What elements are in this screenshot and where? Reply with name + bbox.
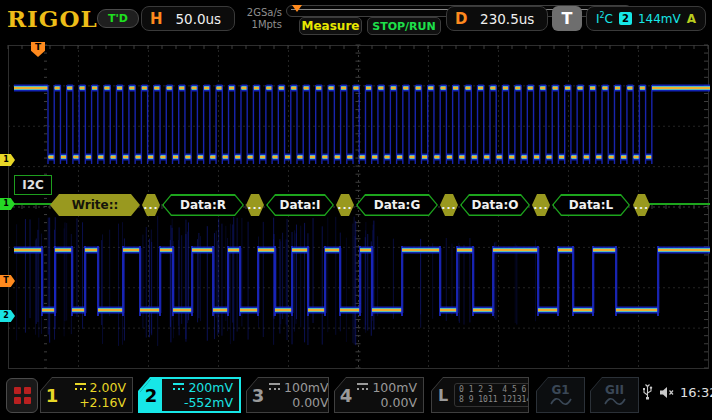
decode-bubble: Data:O xyxy=(460,194,530,216)
decode-bubble: Data:R xyxy=(162,194,244,216)
bottom-bar: 1 2.00V +2.16V 2 200mV -552mV 3 xyxy=(0,372,712,420)
channel-2-number: 2 xyxy=(140,379,162,411)
top-bar: RIGOL T'D H 50.0us 2GSa/s 1Mpts Measure … xyxy=(0,0,712,40)
channel-4-offset: 0.00V xyxy=(381,395,417,410)
channel-3-scale: 100mV xyxy=(284,380,329,395)
dc-coupling-icon xyxy=(357,383,368,392)
measure-button[interactable]: Measure xyxy=(299,17,362,35)
decode-bubbles-row: Write::...Data:R...Data:I...Data:G...Dat… xyxy=(0,194,712,216)
trigger-slope: A xyxy=(687,12,696,26)
channel-4-box[interactable]: 4 100mV 0.00V xyxy=(334,377,424,413)
oscilloscope-screen: I2C Write::...Data:R...Data:I...Data:G..… xyxy=(0,0,712,420)
menu-grid-icon xyxy=(14,387,31,404)
sample-rate: 2GSa/s xyxy=(236,7,282,19)
decode-bubble: Data:G xyxy=(356,194,438,216)
generator-1-label: G1 xyxy=(551,384,569,396)
sound-muted-icon xyxy=(659,386,674,399)
logic-channels: 0 1 2 3 4 5 6 78 9 1011 12131415 xyxy=(454,383,546,407)
decode-ellipsis-bubble: ... xyxy=(633,194,650,216)
generator-2-label: GII xyxy=(605,384,624,396)
decode-ellipsis-bubble: ... xyxy=(440,194,458,216)
trigger-status-badge: T'D xyxy=(97,9,139,28)
timebase-value: 50.0us xyxy=(163,11,234,27)
trigger-info-box[interactable]: I2C 2 144mV A xyxy=(586,6,706,31)
channel-4-number: 4 xyxy=(335,385,357,406)
decode-bubble: Data:L xyxy=(552,194,630,216)
d-label: D xyxy=(455,10,467,28)
decode-bubble: Write:: xyxy=(50,194,140,216)
trigger-source-badge: 2 xyxy=(619,12,632,25)
generator-2-box[interactable]: GII xyxy=(590,377,639,413)
decode-ellipsis-bubble: ... xyxy=(532,194,550,216)
channel-1-scale: 2.00V xyxy=(90,380,126,395)
acquisition-info: 2GSa/s 1Mpts xyxy=(236,7,282,31)
decode-bus-label: I2C xyxy=(14,175,52,195)
delay-value: 230.5us xyxy=(467,11,547,27)
generator-1-box[interactable]: G1 xyxy=(536,377,585,413)
channel-1-box[interactable]: 1 2.00V +2.16V xyxy=(40,377,133,413)
decode-ellipsis-bubble: ... xyxy=(336,194,354,216)
trigger-level: 144mV xyxy=(638,12,681,26)
channel-1-offset: +2.16V xyxy=(79,395,126,410)
decode-ellipsis-bubble: ... xyxy=(246,194,264,216)
memory-depth: 1Mpts xyxy=(236,19,282,31)
sine-wave-icon xyxy=(550,397,572,406)
trigger-type: I2C xyxy=(596,11,613,26)
channel-3-box[interactable]: 3 100mV 0.00V xyxy=(246,377,329,413)
logic-analyzer-box[interactable]: L 0 1 2 3 4 5 6 78 9 1011 12131415 xyxy=(431,377,529,413)
channel-1-number: 1 xyxy=(41,385,63,406)
channel-2-offset: -552mV xyxy=(184,395,233,410)
delay-box[interactable]: D 230.5us xyxy=(446,6,548,31)
usb-icon xyxy=(642,384,653,401)
dc-coupling-icon xyxy=(173,383,184,392)
channel-2-scale: 200mV xyxy=(188,380,233,395)
decode-ellipsis-bubble: ... xyxy=(142,194,160,216)
channel-2-box[interactable]: 2 200mV -552mV xyxy=(138,377,241,413)
logic-label: L xyxy=(432,386,454,405)
timeline-marker-icon[interactable] xyxy=(292,5,302,12)
decode-bubble: Data:I xyxy=(266,194,334,216)
sine-wave-icon xyxy=(604,397,626,406)
channel-3-number: 3 xyxy=(247,385,269,406)
channel-4-scale: 100mV xyxy=(372,380,417,395)
dc-coupling-icon xyxy=(75,383,86,392)
horizontal-timebase-box[interactable]: H 50.0us xyxy=(141,6,235,31)
dc-coupling-icon xyxy=(269,383,280,392)
stop-run-button[interactable]: STOP/RUN xyxy=(367,17,441,35)
quick-menu-button[interactable] xyxy=(6,378,38,413)
rigol-logo: RIGOL xyxy=(7,5,98,32)
clock: 16:32 xyxy=(680,385,712,400)
h-label: H xyxy=(150,10,163,28)
trigger-menu-button[interactable]: T xyxy=(552,6,582,31)
channel-3-offset: 0.00V xyxy=(292,395,328,410)
